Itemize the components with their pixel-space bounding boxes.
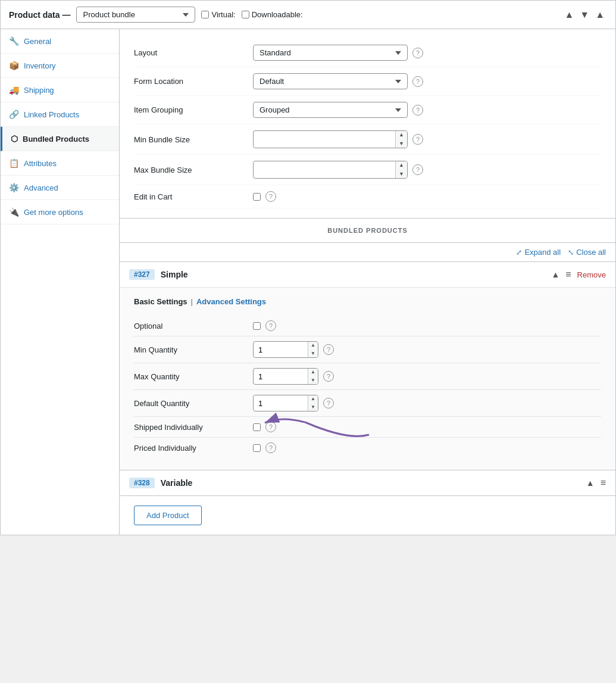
collapse-up-button[interactable]: ▲ bbox=[562, 8, 576, 21]
attributes-icon: 📋 bbox=[9, 158, 19, 168]
sidebar-item-linked-products[interactable]: 🔗 Linked Products bbox=[1, 102, 119, 127]
optional-row: Optional ? bbox=[134, 316, 601, 336]
bundled-products-header: BUNDLED PRODUCTS bbox=[120, 218, 615, 243]
bundle-item-328-id: #328 bbox=[129, 478, 155, 488]
default-quantity-spinner-btns: ▲ ▼ bbox=[308, 395, 318, 411]
sidebar-item-attributes[interactable]: 📋 Attributes bbox=[1, 151, 119, 176]
collapse-down-button[interactable]: ▼ bbox=[577, 8, 592, 21]
item-grouping-help-icon[interactable]: ? bbox=[412, 105, 423, 116]
add-product-button[interactable]: Add Product bbox=[134, 506, 202, 525]
bundle-item-327-up-button[interactable]: ▲ bbox=[551, 270, 559, 279]
general-icon: 🔧 bbox=[9, 36, 19, 46]
bundle-item-327-remove-button[interactable]: Remove bbox=[577, 270, 606, 279]
min-quantity-down[interactable]: ▼ bbox=[308, 350, 318, 358]
item-grouping-label: Item Grouping bbox=[134, 105, 253, 114]
edit-in-cart-label: Edit in Cart bbox=[134, 192, 253, 201]
max-quantity-spinner: ▲ ▼ bbox=[253, 368, 318, 385]
sidebar-item-general[interactable]: 🔧 General bbox=[1, 29, 119, 54]
close-all-button[interactable]: Close all bbox=[568, 248, 606, 257]
sidebar-bundled-products-label: Bundled Products bbox=[23, 135, 89, 144]
bundle-item-327-menu-button[interactable]: ≡ bbox=[565, 269, 571, 280]
sidebar-general-label: General bbox=[24, 37, 51, 46]
edit-in-cart-help-icon[interactable]: ? bbox=[265, 191, 276, 202]
optional-control: ? bbox=[253, 320, 276, 331]
max-bundle-size-spinner-btns: ▲ ▼ bbox=[395, 161, 407, 178]
bundled-products-actions: Expand all Close all bbox=[120, 243, 615, 262]
collapse-all-button[interactable]: ▲ bbox=[593, 8, 607, 21]
bundle-item-327: #327 Simple ▲ ≡ Remove Basic Settings | … bbox=[120, 262, 615, 470]
min-quantity-up[interactable]: ▲ bbox=[308, 341, 318, 350]
default-quantity-up[interactable]: ▲ bbox=[308, 395, 318, 403]
bundle-item-328-menu-button[interactable]: ≡ bbox=[601, 478, 606, 488]
min-quantity-spinner-btns: ▲ ▼ bbox=[308, 341, 318, 358]
form-location-label: Form Location bbox=[134, 77, 253, 86]
max-bundle-size-input[interactable] bbox=[254, 163, 395, 177]
virtual-checkbox-label: Virtual: bbox=[201, 10, 235, 19]
min-bundle-size-control: ▲ ▼ ? bbox=[253, 130, 423, 148]
sidebar: 🔧 General 📦 Inventory 🚚 Shipping 🔗 Linke… bbox=[1, 29, 120, 535]
product-type-select[interactable]: Product bundle Simple product Variable p… bbox=[76, 7, 195, 23]
min-quantity-help-icon[interactable]: ? bbox=[323, 344, 334, 355]
max-quantity-label: Max Quantity bbox=[134, 372, 253, 381]
min-quantity-input[interactable] bbox=[254, 344, 308, 356]
bundle-item-328-up-button[interactable]: ▲ bbox=[586, 478, 595, 488]
optional-help-icon[interactable]: ? bbox=[265, 320, 276, 331]
min-bundle-size-up[interactable]: ▲ bbox=[396, 130, 407, 139]
settings-section: Layout Standard Tabular ? Form Location bbox=[120, 29, 615, 218]
priced-individually-help-icon[interactable]: ? bbox=[265, 442, 276, 453]
add-product-section: Add Product bbox=[120, 496, 615, 535]
product-data-panel: Product data — Product bundle Simple pro… bbox=[0, 0, 616, 535]
item-grouping-control: Grouped None ? bbox=[253, 102, 423, 118]
sidebar-item-shipping[interactable]: 🚚 Shipping bbox=[1, 78, 119, 102]
layout-label: Layout bbox=[134, 48, 253, 57]
edit-in-cart-control: ? bbox=[253, 191, 276, 202]
edit-in-cart-checkbox[interactable] bbox=[253, 193, 261, 201]
max-quantity-up[interactable]: ▲ bbox=[308, 368, 318, 376]
default-quantity-input[interactable] bbox=[254, 397, 308, 410]
max-quantity-down[interactable]: ▼ bbox=[308, 376, 318, 385]
max-quantity-row: Max Quantity ▲ ▼ ? bbox=[134, 363, 601, 390]
max-bundle-size-help-icon[interactable]: ? bbox=[412, 164, 423, 175]
priced-individually-checkbox[interactable] bbox=[253, 444, 261, 452]
tab-advanced-settings[interactable]: Advanced Settings bbox=[196, 297, 266, 306]
downloadable-checkbox[interactable] bbox=[242, 11, 249, 18]
form-location-help-icon[interactable]: ? bbox=[412, 76, 423, 87]
max-quantity-help-icon[interactable]: ? bbox=[323, 371, 334, 382]
min-bundle-size-down[interactable]: ▼ bbox=[396, 139, 407, 148]
tab-separator: | bbox=[191, 297, 193, 306]
max-bundle-size-down[interactable]: ▼ bbox=[396, 170, 407, 179]
expand-all-button[interactable]: Expand all bbox=[516, 248, 561, 257]
layout-help-icon[interactable]: ? bbox=[412, 48, 423, 58]
min-bundle-size-help-icon[interactable]: ? bbox=[412, 134, 423, 145]
layout-select[interactable]: Standard Tabular bbox=[253, 45, 408, 61]
sidebar-item-get-more-options[interactable]: 🔌 Get more options bbox=[1, 200, 119, 224]
default-quantity-control: ▲ ▼ ? bbox=[253, 395, 334, 411]
sidebar-linked-products-label: Linked Products bbox=[24, 110, 79, 119]
min-bundle-size-spinner: ▲ ▼ bbox=[253, 130, 408, 148]
purple-arrow-annotation bbox=[253, 411, 372, 444]
default-quantity-spinner: ▲ ▼ bbox=[253, 395, 318, 411]
form-location-row: Form Location Default After add to cart … bbox=[134, 67, 601, 96]
sidebar-item-inventory[interactable]: 📦 Inventory bbox=[1, 54, 119, 78]
sidebar-attributes-label: Attributes bbox=[24, 159, 57, 168]
edit-in-cart-row: Edit in Cart ? bbox=[134, 185, 601, 208]
min-bundle-size-input[interactable] bbox=[254, 133, 395, 146]
item-grouping-row: Item Grouping Grouped None ? bbox=[134, 96, 601, 124]
bundle-item-327-name: Simple bbox=[161, 270, 188, 279]
tab-basic-settings[interactable]: Basic Settings bbox=[134, 297, 187, 306]
header-arrows: ▲ ▼ ▲ bbox=[562, 8, 607, 21]
min-bundle-size-spinner-btns: ▲ ▼ bbox=[395, 130, 407, 148]
advanced-icon: ⚙️ bbox=[9, 183, 19, 192]
form-location-select[interactable]: Default After add to cart Before add to … bbox=[253, 73, 408, 89]
max-quantity-input[interactable] bbox=[254, 370, 308, 383]
sidebar-item-bundled-products[interactable]: ⬡ Bundled Products bbox=[1, 127, 119, 151]
max-bundle-size-up[interactable]: ▲ bbox=[396, 161, 407, 170]
max-bundle-size-label: Max Bundle Size bbox=[134, 166, 253, 174]
virtual-checkbox[interactable] bbox=[201, 11, 209, 18]
sidebar-item-advanced[interactable]: ⚙️ Advanced bbox=[1, 176, 119, 200]
default-quantity-help-icon[interactable]: ? bbox=[323, 398, 334, 408]
bundled-products-icon: ⬡ bbox=[11, 134, 18, 144]
default-quantity-down[interactable]: ▼ bbox=[308, 403, 318, 411]
item-grouping-select[interactable]: Grouped None bbox=[253, 102, 408, 118]
optional-checkbox[interactable] bbox=[253, 322, 261, 330]
